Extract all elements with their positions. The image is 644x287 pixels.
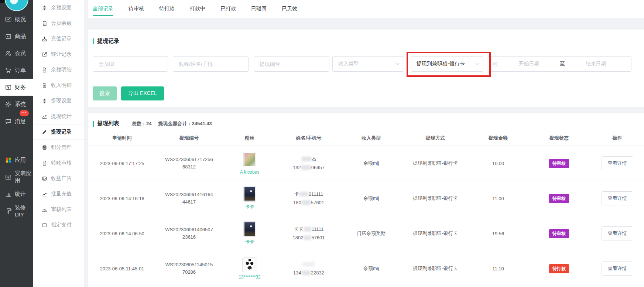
main-nav-label: 财务 xyxy=(15,84,26,91)
main-nav-label: 概况 xyxy=(15,16,26,23)
cell-fan: 卡卡 xyxy=(222,187,277,210)
main-nav-item-orders[interactable]: 订单 xyxy=(0,62,33,79)
main-nav-item-system[interactable]: 系统 xyxy=(0,96,33,113)
cell-method: 提现到兼职猫-银行卡 xyxy=(402,265,469,272)
sub-nav-item-points-management[interactable]: 积分管理 xyxy=(33,140,84,155)
masked-text xyxy=(299,192,308,197)
income-type-placeholder: 收入类型 xyxy=(338,61,359,67)
visible-text: 134 xyxy=(293,270,301,276)
column-header: 提现状态 xyxy=(528,135,590,141)
doc-icon xyxy=(42,67,47,73)
withdraw-table: 申请时间 提现编号 粉丝 姓名/手机号 收入类型 提现方式 提现金额 提现状态 … xyxy=(88,131,644,287)
cell-method: 提现到兼职猫-银行卡 xyxy=(402,230,469,237)
apps-icon xyxy=(5,157,12,164)
sub-nav-item-designated-pay[interactable]: 指定支付 xyxy=(33,217,84,233)
brand-logo[interactable] xyxy=(5,0,28,11)
fan-name-link[interactable]: 卡卡 xyxy=(245,204,254,210)
fan-name-link[interactable]: 卡卡 xyxy=(245,239,254,245)
sub-nav-item-transfer-audit[interactable]: 转账审核 xyxy=(33,155,84,171)
main-nav-label: 安装应用 xyxy=(15,170,33,184)
visible-text: 杰 xyxy=(312,156,316,162)
main-nav-item-apps[interactable]: 应用 xyxy=(0,151,33,168)
sub-nav-item-batch-recharge[interactable]: 批量充值 xyxy=(33,186,84,202)
withdraw-no-input[interactable] xyxy=(254,56,329,72)
book-icon xyxy=(42,21,47,26)
doc-icon xyxy=(42,83,47,88)
sub-nav-item-revenue-ads[interactable]: 收益广告 xyxy=(33,171,84,186)
tab-paying[interactable]: 打款中 xyxy=(190,0,205,18)
list-title-text: 提现列表 xyxy=(97,120,119,127)
sub-nav-item-audit-list[interactable]: 审核列表 xyxy=(33,202,84,217)
fan-name-link[interactable]: 13*******32 xyxy=(239,274,260,280)
visible-text: 06457 xyxy=(311,165,325,170)
withdraw-search-panel: 提现记录 收入类型 提现到兼职猫-银行卡 开始日期 xyxy=(88,30,644,107)
fan-avatar[interactable] xyxy=(244,222,256,236)
main-nav-label: 应用 xyxy=(15,157,26,164)
dashboard-icon xyxy=(5,16,12,23)
sub-nav-item-balance-settings[interactable]: 余额设置 xyxy=(33,0,84,16)
cell-order-no: WS20230606140650723616 xyxy=(156,226,222,241)
main-nav-item-statistics[interactable]: 统计 xyxy=(0,185,33,202)
orders-icon xyxy=(5,67,12,74)
sub-nav-label: 提现记录 xyxy=(51,129,72,135)
search-button[interactable]: 搜索 xyxy=(93,86,117,100)
cell-amount: 11.10 xyxy=(469,266,528,271)
withdraw-method-select[interactable]: 提现到兼职猫-银行卡 xyxy=(411,56,483,72)
view-details-button[interactable]: 查看详情 xyxy=(602,156,633,170)
cell-name-phone: 13422832 xyxy=(277,260,340,277)
fan-name-link[interactable]: A Incubus xyxy=(240,170,260,175)
sub-nav-item-balance-detail[interactable]: 余额明细 xyxy=(33,62,84,78)
column-header: 姓名/手机号 xyxy=(277,135,340,141)
tab-paid[interactable]: 已打款 xyxy=(220,0,236,18)
cell-fan: A Incubus xyxy=(222,152,277,175)
sub-nav-item-withdraw-records[interactable]: 提现记录 xyxy=(33,124,84,140)
visible-text: 11111 xyxy=(312,226,323,232)
nickname-name-phone-input[interactable] xyxy=(173,56,249,72)
masked-text xyxy=(302,270,311,275)
chart-icon xyxy=(42,191,47,197)
sub-nav-item-recharge-records[interactable]: 充值记录 xyxy=(33,31,84,47)
tab-pending-payment[interactable]: 待打款 xyxy=(159,0,175,18)
sub-nav-item-withdraw-settings[interactable]: 提现设置 xyxy=(33,93,84,109)
sub-nav-item-withdraw-stats[interactable]: 提现统计 xyxy=(33,109,84,124)
export-excel-button[interactable]: 导出 EXCEL xyxy=(121,86,164,100)
tab-rejected[interactable]: 已驳回 xyxy=(251,0,267,18)
sub-nav-item-member-balance[interactable]: 会员余额 xyxy=(33,16,84,31)
main-nav-item-install-apps[interactable]: 安装应用 xyxy=(0,168,33,185)
member-id-input[interactable] xyxy=(93,56,168,72)
search-section-title: 提现记录 xyxy=(93,30,644,45)
main-nav-item-messages[interactable]: 消息 ··· xyxy=(0,113,33,130)
tab-pending-review[interactable]: 待审核 xyxy=(129,0,144,18)
main-nav-item-goods[interactable]: 商品 xyxy=(0,28,33,45)
main-nav-item-decorate-diy[interactable]: 装修DIY xyxy=(0,202,33,219)
sub-nav-item-income-detail[interactable]: 收入明细 xyxy=(33,78,84,93)
cell-method: 提现到兼职猫-银行卡 xyxy=(402,195,469,202)
unread-badge: ··· xyxy=(20,110,29,116)
view-details-button[interactable]: 查看详情 xyxy=(602,191,633,205)
status-badge: 待审核 xyxy=(549,229,569,238)
sub-nav-item-transfer-records[interactable]: 转让记录 xyxy=(33,47,84,62)
sub-nav-label: 充值记录 xyxy=(51,35,72,42)
finance-sub-nav: 余额设置 会员余额 充值记录 转让记录 余额明细 收入明细 提现设置 提现统计 … xyxy=(33,0,84,287)
main-nav-label: 消息 xyxy=(15,118,26,125)
masked-text xyxy=(302,200,311,205)
tab-invalid[interactable]: 已无效 xyxy=(282,0,297,18)
main-nav-item-finance[interactable]: 财务 xyxy=(0,79,33,96)
masked-phone: 18057601 xyxy=(277,198,340,207)
date-range-picker[interactable]: 开始日期 至 结束日期 xyxy=(488,56,631,72)
fan-avatar[interactable] xyxy=(244,152,256,167)
view-details-button[interactable]: 查看详情 xyxy=(602,226,633,240)
stats-icon xyxy=(5,191,12,198)
gear-icon xyxy=(42,98,47,104)
income-type-select[interactable]: 收入类型 xyxy=(332,56,404,72)
view-details-button[interactable]: 查看详情 xyxy=(602,262,633,276)
cell-action: 查看详情 xyxy=(590,262,644,276)
recharge-icon xyxy=(42,36,47,42)
status-badge: 待打款 xyxy=(549,264,569,273)
main-nav-label: 统计 xyxy=(15,191,26,198)
tab-all-records[interactable]: 全部记录 xyxy=(93,0,113,18)
main-nav-item-members[interactable]: 会员 xyxy=(0,45,33,62)
main-nav-item-overview[interactable]: 概况 xyxy=(0,11,33,28)
fan-avatar[interactable] xyxy=(243,258,257,272)
fan-avatar[interactable] xyxy=(244,187,256,201)
